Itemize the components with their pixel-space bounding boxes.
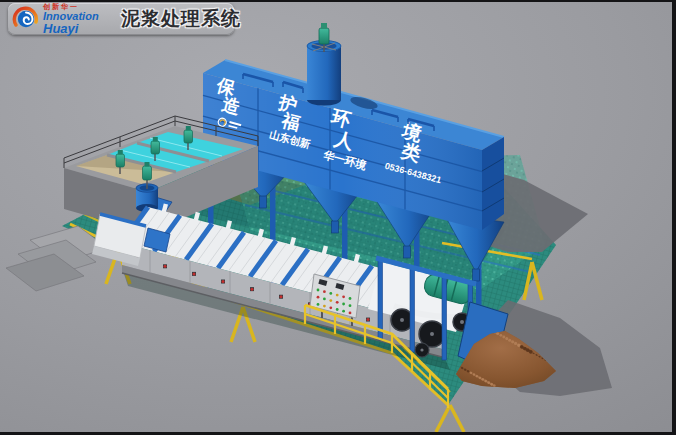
- brand-name-line2: Huayi: [43, 22, 115, 35]
- brand-chinese-name: 创新华一: [43, 3, 115, 10]
- render-viewport: 保 造 护 福 山东创新 环 人 华一环境 境 类 0536-6438321: [0, 0, 676, 435]
- huayi-swirl-icon: [12, 5, 40, 33]
- silo-right-face: [482, 137, 504, 230]
- plant-3d-render: 保 造 护 福 山东创新 环 人 华一环境 境 类 0536-6438321: [0, 0, 676, 435]
- brand-plaque: 创新华一 Innovation Huayi 泥浆处理系统: [8, 3, 234, 35]
- system-title: 泥浆处理系统: [121, 6, 241, 32]
